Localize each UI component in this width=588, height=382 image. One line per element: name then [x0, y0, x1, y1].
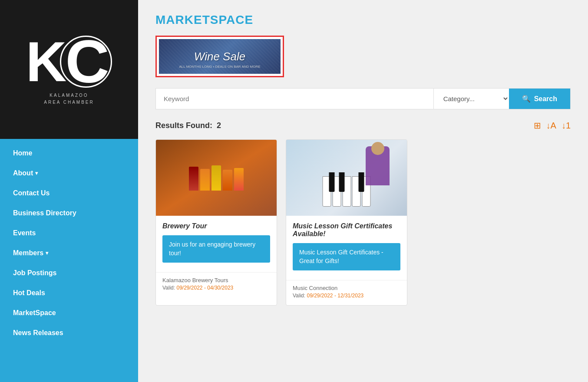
music-lesson-body: Music Lesson Gift Certificates Available… — [286, 216, 407, 280]
banner-title: Wine Sale — [194, 50, 245, 63]
main-content: MARKETSPACE Wine Sale ALL MONTHS LONG • … — [138, 0, 588, 382]
search-button[interactable]: 🔍 Search — [509, 89, 570, 109]
sort-az-icon[interactable]: ↓A — [546, 121, 556, 131]
glass-4 — [223, 170, 232, 191]
sort-19-icon[interactable]: ↓1 — [562, 121, 571, 131]
sidebar-item-contact-us[interactable]: Contact Us — [0, 183, 138, 203]
sidebar-item-events[interactable]: Events — [0, 223, 138, 243]
sidebar: K C KALAMAZOO AREA CHAMBER HomeAbout▾Con… — [0, 0, 138, 382]
sidebar-item-news-releases[interactable]: News Releases — [0, 323, 138, 343]
brewery-tour-company: Kalamazoo Brewery Tours — [162, 277, 270, 283]
music-lesson-footer: Music Connection Valid: 09/29/2022 - 12/… — [286, 280, 407, 305]
cards-grid: Brewery Tour Join us for an engaging bre… — [155, 139, 571, 306]
page-title: MARKETSPACE — [155, 13, 571, 27]
sidebar-item-members[interactable]: Members▾ — [0, 243, 138, 263]
category-select[interactable]: Category...Food & BeverageMusicEntertain… — [434, 89, 509, 109]
sidebar-item-hot-deals[interactable]: Hot Deals — [0, 283, 138, 303]
card-brewery-tour[interactable]: Brewery Tour Join us for an engaging bre… — [155, 139, 277, 306]
glass-1 — [189, 167, 198, 191]
logo-c-letter: C — [60, 36, 112, 88]
about-arrow-icon: ▾ — [35, 170, 38, 176]
glass-3 — [211, 165, 221, 191]
search-bar: Category...Food & BeverageMusicEntertain… — [155, 88, 571, 109]
logo-area: K C KALAMAZOO AREA CHAMBER — [0, 0, 138, 139]
sort-icons: ⊞ ↓A ↓1 — [534, 120, 571, 131]
brewery-tour-footer: Kalamazoo Brewery Tours Valid: 09/29/202… — [156, 272, 277, 297]
brewery-tour-body: Brewery Tour Join us for an engaging bre… — [156, 216, 277, 272]
sidebar-item-about[interactable]: About▾ — [0, 163, 138, 183]
members-arrow-icon: ▾ — [46, 250, 48, 256]
sort-image-icon[interactable]: ⊞ — [534, 120, 541, 131]
banner-image: Wine Sale ALL MONTHS LONG • DEALS ON BAR… — [159, 39, 281, 74]
glass-2 — [200, 169, 210, 191]
music-lesson-company: Music Connection — [293, 285, 400, 291]
music-lesson-title: Music Lesson Gift Certificates Available… — [293, 222, 400, 238]
sidebar-item-business-directory[interactable]: Business Directory — [0, 203, 138, 223]
sidebar-item-home[interactable]: Home — [0, 143, 138, 163]
banner-subtext: ALL MONTHS LONG • DEALS ON BAR AND MORE — [179, 65, 261, 69]
beer-glasses — [189, 165, 244, 191]
results-header: Results Found: 2 ⊞ ↓A ↓1 — [155, 120, 571, 131]
glass-5 — [234, 168, 244, 191]
sidebar-item-marketspace[interactable]: MarketSpace — [0, 303, 138, 323]
nav-menu: HomeAbout▾Contact UsBusiness DirectoryEv… — [0, 139, 138, 347]
music-lesson-description: Music Lesson Gift Certificates - Great f… — [293, 243, 400, 270]
search-button-label: Search — [534, 95, 557, 103]
sidebar-item-job-postings[interactable]: Job Postings — [0, 263, 138, 283]
banner-wrapper[interactable]: Wine Sale ALL MONTHS LONG • DEALS ON BAR… — [155, 36, 284, 77]
logo-kc: K C — [26, 33, 112, 90]
brewery-tour-description: Join us for an engaging brewery tour! — [162, 235, 270, 263]
keyword-input[interactable] — [156, 89, 433, 109]
logo: K C KALAMAZOO AREA CHAMBER — [26, 33, 112, 106]
search-icon: 🔍 — [522, 95, 531, 103]
results-count: Results Found: 2 — [155, 121, 221, 130]
music-lesson-image — [286, 140, 407, 216]
brewery-tour-title: Brewery Tour — [162, 222, 270, 230]
card-music-lesson[interactable]: Music Lesson Gift Certificates Available… — [286, 139, 407, 306]
logo-k-letter: K — [26, 33, 65, 90]
music-lesson-valid: Valid: 09/29/2022 - 12/31/2023 — [293, 293, 400, 299]
brewery-tour-image — [156, 140, 277, 216]
brewery-tour-valid: Valid: 09/29/2022 - 04/30/2023 — [162, 285, 270, 291]
